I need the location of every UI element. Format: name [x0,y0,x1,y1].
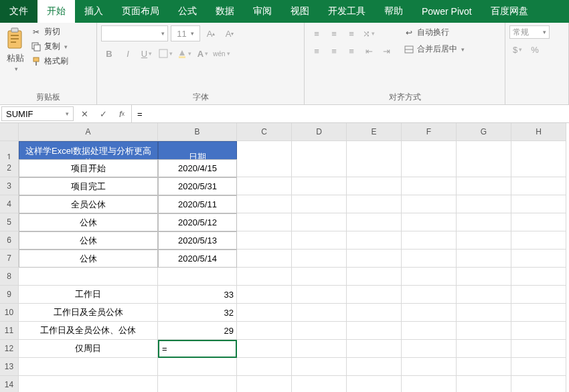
paste-button[interactable]: 粘贴 ▾ [4,25,27,74]
cell-B11[interactable]: 29 [158,322,237,340]
number-format-select[interactable]: 常规▾ [509,25,550,39]
cell-G6[interactable] [457,231,511,250]
cell-B10[interactable]: 32 [158,304,237,322]
row-header-4[interactable]: 4 [0,195,19,213]
cell-E7[interactable] [347,250,402,268]
cell-F13[interactable] [402,358,457,376]
cell-H7[interactable] [511,250,566,268]
cell-F5[interactable] [402,213,457,231]
column-header-E[interactable]: E [347,123,402,141]
cell-D8[interactable] [292,268,347,286]
cell-G10[interactable] [457,304,511,322]
tab-power-pivot[interactable]: Power Pivot [412,0,481,23]
font-color-button[interactable]: A▾ [195,45,211,62]
insert-function-button[interactable]: fx [112,105,131,122]
tab-insert[interactable]: 插入 [75,0,112,23]
cell-C9[interactable] [237,286,292,304]
row-header-6[interactable]: 6 [0,231,19,250]
cell-A7[interactable]: 公休 [19,250,158,268]
cell-D12[interactable] [292,340,347,358]
cell-B14[interactable] [158,376,237,392]
cell-C8[interactable] [237,268,292,286]
cell-H5[interactable] [511,213,566,231]
cell-A10[interactable]: 工作日及全员公休 [19,304,158,322]
cell-B8[interactable] [158,268,237,286]
cell-F4[interactable] [402,195,457,213]
phonetic-button[interactable]: wén▾ [214,45,230,62]
select-all-corner[interactable] [0,123,19,141]
cell-H9[interactable] [511,286,566,304]
cell-C12[interactable] [237,340,292,358]
cell-G9[interactable] [457,286,511,304]
cell-C11[interactable] [237,322,292,340]
cell-B3[interactable]: 2020/5/31 [158,177,237,195]
cell-G3[interactable] [457,177,511,195]
cell-H8[interactable] [511,268,566,286]
cell-F8[interactable] [402,268,457,286]
wrap-text-button[interactable]: ↩ 自动换行 [402,25,466,39]
column-header-B[interactable]: B [158,123,237,141]
cell-C7[interactable] [237,250,292,268]
cell-G5[interactable] [457,213,511,231]
row-header-12[interactable]: 12 [0,340,19,358]
tab-file[interactable]: 文件 [0,0,37,23]
cell-E13[interactable] [347,358,402,376]
column-header-H[interactable]: H [511,123,566,141]
cell-G4[interactable] [457,195,511,213]
column-header-C[interactable]: C [237,123,292,141]
cell-E3[interactable] [347,177,402,195]
font-size-select[interactable]: 11▾ [171,25,200,41]
tab-developer[interactable]: 开发工具 [319,0,375,23]
cell-A2[interactable]: 项目开始 [19,159,158,177]
cell-F10[interactable] [402,304,457,322]
cut-button[interactable]: ✂ 剪切 [29,25,70,38]
cell-D11[interactable] [292,322,347,340]
cell-F6[interactable] [402,231,457,250]
cell-H4[interactable] [511,195,566,213]
cell-B6[interactable]: 2020/5/13 [158,231,237,250]
cell-A8[interactable] [19,268,158,286]
cell-C2[interactable] [237,159,292,177]
align-right-button[interactable]: ≡ [343,43,359,59]
underline-button[interactable]: U▾ [139,45,155,62]
cell-C6[interactable] [237,231,292,250]
cell-C10[interactable] [237,304,292,322]
align-bottom-button[interactable]: ≡ [343,25,359,41]
merge-center-button[interactable]: 合并后居中 ▾ [402,42,466,56]
cell-E4[interactable] [347,195,402,213]
column-header-F[interactable]: F [402,123,457,141]
row-header-2[interactable]: 2 [0,159,19,177]
cell-H10[interactable] [511,304,566,322]
tab-review[interactable]: 审阅 [244,0,281,23]
decrease-font-button[interactable]: A▾ [222,25,238,41]
cell-G11[interactable] [457,322,511,340]
cell-G12[interactable] [457,340,511,358]
cell-A9[interactable]: 工作日 [19,286,158,304]
cell-D7[interactable] [292,250,347,268]
cell-B12[interactable]: = [158,340,237,358]
confirm-formula-button[interactable]: ✓ [94,105,112,122]
cell-B7[interactable]: 2020/5/14 [158,250,237,268]
cell-H6[interactable] [511,231,566,250]
cell-A5[interactable]: 公休 [19,213,158,231]
cell-D2[interactable] [292,159,347,177]
percent-button[interactable]: % [527,41,543,58]
cell-G7[interactable] [457,250,511,268]
cell-H2[interactable] [511,159,566,177]
tab-formulas[interactable]: 公式 [169,0,206,23]
cell-A14[interactable] [19,376,158,392]
italic-button[interactable]: I [120,45,136,62]
cell-G8[interactable] [457,268,511,286]
row-header-8[interactable]: 8 [0,268,19,286]
column-header-A[interactable]: A [19,123,158,141]
row-header-7[interactable]: 7 [0,250,19,268]
cell-A6[interactable]: 公休 [19,231,158,250]
decrease-indent-button[interactable]: ⇤ [361,43,377,59]
cell-B4[interactable]: 2020/5/11 [158,195,237,213]
align-middle-button[interactable]: ≡ [326,25,342,41]
cell-B9[interactable]: 33 [158,286,237,304]
align-left-button[interactable]: ≡ [309,43,325,59]
tab-data[interactable]: 数据 [206,0,244,23]
cell-C13[interactable] [237,358,292,376]
cell-D14[interactable] [292,376,347,392]
